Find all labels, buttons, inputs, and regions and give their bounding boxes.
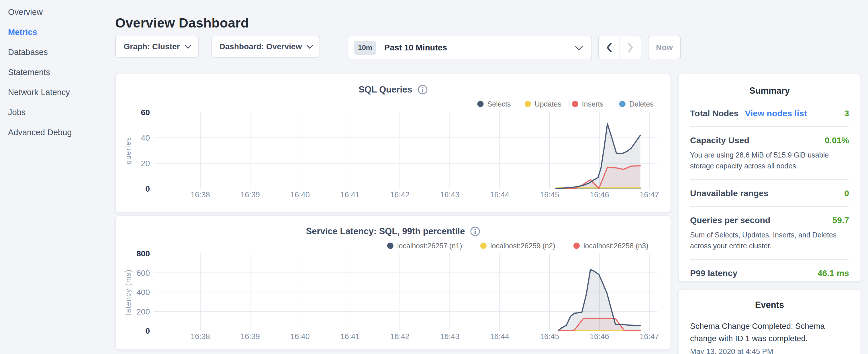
summary-panel: Summary Total NodesView nodes list3Capac… bbox=[678, 74, 861, 282]
page-title: Overview Dashboard bbox=[115, 15, 249, 31]
svg-text:60: 60 bbox=[141, 108, 150, 117]
svg-text:latency (ms): latency (ms) bbox=[124, 269, 132, 315]
svg-text:16:46: 16:46 bbox=[590, 332, 609, 341]
event-item: Schema Change Completed: Schema change w… bbox=[690, 320, 849, 354]
svg-text:Updates: Updates bbox=[535, 100, 561, 108]
now-button-label: Now bbox=[656, 43, 673, 52]
svg-text:16:42: 16:42 bbox=[390, 332, 410, 341]
svg-text:Selects: Selects bbox=[488, 100, 511, 108]
summary-row-description: You are using 28.6 MiB of 515.9 GiB usab… bbox=[690, 150, 841, 171]
now-button[interactable]: Now bbox=[648, 36, 681, 59]
summary-row-label: Capacity Used bbox=[690, 135, 749, 145]
sidebar-item-network-latency[interactable]: Network Latency bbox=[8, 87, 115, 97]
summary-row-value: 3 bbox=[844, 108, 849, 118]
event-message: Schema Change Completed: Schema change w… bbox=[690, 320, 831, 345]
svg-text:16:40: 16:40 bbox=[290, 190, 310, 199]
summary-row-description: Sum of Selects, Updates, Inserts, and De… bbox=[690, 230, 841, 251]
summary-row-label: Total Nodes bbox=[690, 108, 739, 118]
graph-dropdown[interactable]: Graph: Cluster bbox=[115, 36, 198, 58]
svg-text:localhost:26257 (n1): localhost:26257 (n1) bbox=[397, 242, 462, 250]
dashboard-dropdown[interactable]: Dashboard: Overview bbox=[212, 36, 320, 58]
svg-text:16:42: 16:42 bbox=[390, 190, 410, 199]
sql-queries-chart: 0204060queries16:3816:3916:4016:4116:421… bbox=[116, 74, 671, 212]
sql-queries-chart-card: SQL Queries 0204060queries16:3816:3916:4… bbox=[115, 74, 671, 213]
view-nodes-list-link[interactable]: View nodes list bbox=[745, 108, 807, 118]
svg-text:16:47: 16:47 bbox=[640, 332, 659, 341]
summary-row: P99 latency46.1 ms bbox=[690, 260, 849, 286]
svg-text:400: 400 bbox=[136, 288, 150, 297]
chevron-down-icon bbox=[185, 42, 191, 49]
sidebar-item-metrics[interactable]: Metrics bbox=[8, 27, 115, 37]
summary-row: Unavailable ranges0 bbox=[690, 180, 849, 207]
svg-text:16:39: 16:39 bbox=[241, 190, 260, 199]
sidebar-item-statements[interactable]: Statements bbox=[8, 67, 115, 77]
chevron-down-icon bbox=[307, 42, 313, 49]
summary-title: Summary bbox=[690, 86, 849, 96]
svg-text:600: 600 bbox=[136, 269, 150, 278]
summary-row: Capacity Used0.01%You are using 28.6 MiB… bbox=[690, 127, 849, 180]
svg-text:0: 0 bbox=[145, 326, 150, 335]
svg-text:16:41: 16:41 bbox=[340, 190, 360, 199]
svg-text:localhost:26259 (n2): localhost:26259 (n2) bbox=[490, 242, 555, 250]
events-panel: Events Schema Change Completed: Schema c… bbox=[678, 289, 861, 354]
svg-text:16:39: 16:39 bbox=[241, 332, 260, 341]
svg-text:queries: queries bbox=[124, 137, 132, 164]
svg-text:Inserts: Inserts bbox=[582, 100, 603, 108]
sidebar-item-databases[interactable]: Databases bbox=[8, 47, 115, 57]
svg-text:16:41: 16:41 bbox=[340, 332, 360, 341]
time-range-label: Past 10 Minutes bbox=[384, 43, 576, 53]
step-forward-button[interactable] bbox=[620, 36, 641, 59]
step-back-button[interactable] bbox=[599, 36, 620, 59]
svg-text:16:46: 16:46 bbox=[590, 190, 609, 199]
svg-text:0: 0 bbox=[145, 185, 150, 193]
graph-dropdown-label: Graph: Cluster bbox=[124, 42, 180, 51]
chevron-left-icon bbox=[605, 41, 613, 54]
summary-row-value: 59.7 bbox=[833, 215, 849, 225]
svg-text:16:44: 16:44 bbox=[490, 190, 509, 199]
summary-row-label: Queries per second bbox=[690, 215, 770, 225]
time-range-dropdown[interactable]: 10m Past 10 Minutes bbox=[348, 36, 592, 59]
events-title: Events bbox=[690, 300, 849, 310]
svg-text:200: 200 bbox=[136, 307, 150, 316]
svg-text:Deletes: Deletes bbox=[629, 100, 654, 108]
cockroachdb-metrics-page: { "sidebar": { "items": [ {"label": "Ove… bbox=[0, 0, 868, 354]
summary-row: Total NodesView nodes list3 bbox=[690, 100, 849, 127]
sidebar-item-overview[interactable]: Overview bbox=[8, 7, 115, 17]
summary-row-value: 46.1 ms bbox=[817, 268, 849, 278]
summary-row: Queries per second59.7Sum of Selects, Up… bbox=[690, 207, 849, 260]
summary-row-label: Unavailable ranges bbox=[690, 189, 768, 198]
chevron-right-icon bbox=[626, 41, 634, 54]
svg-text:16:44: 16:44 bbox=[490, 332, 509, 341]
summary-row-value: 0 bbox=[844, 189, 849, 198]
svg-text:16:38: 16:38 bbox=[191, 332, 210, 341]
sidebar-item-jobs[interactable]: Jobs bbox=[8, 107, 115, 118]
dashboard-dropdown-label: Dashboard: Overview bbox=[219, 42, 302, 51]
service-latency-chart: 0200400600800latency (ms)16:3816:3916:40… bbox=[116, 216, 671, 349]
svg-text:localhost:26258 (n3): localhost:26258 (n3) bbox=[584, 242, 649, 250]
summary-row-label: P99 latency bbox=[690, 268, 737, 278]
time-range-badge: 10m bbox=[354, 41, 376, 55]
svg-text:16:47: 16:47 bbox=[640, 190, 659, 199]
chevron-down-icon bbox=[575, 43, 583, 51]
svg-text:40: 40 bbox=[141, 133, 150, 142]
svg-text:16:43: 16:43 bbox=[440, 190, 460, 199]
service-latency-chart-card: Service Latency: SQL, 99th percentile 02… bbox=[115, 215, 671, 350]
svg-text:16:40: 16:40 bbox=[290, 332, 310, 341]
sidebar-item-advanced-debug[interactable]: Advanced Debug bbox=[8, 127, 115, 137]
svg-text:16:45: 16:45 bbox=[540, 190, 559, 199]
summary-row-value: 0.01% bbox=[825, 135, 849, 145]
time-step-buttons bbox=[598, 36, 641, 59]
svg-text:20: 20 bbox=[141, 159, 150, 168]
svg-text:16:43: 16:43 bbox=[440, 332, 460, 341]
sidebar: OverviewMetricsDatabasesStatementsNetwor… bbox=[0, 0, 115, 354]
event-timestamp: May 13, 2020 at 4:45 PM bbox=[690, 347, 849, 354]
svg-text:800: 800 bbox=[136, 249, 150, 258]
svg-text:16:45: 16:45 bbox=[540, 332, 559, 341]
controls-divider bbox=[335, 36, 335, 59]
svg-text:16:38: 16:38 bbox=[191, 190, 210, 199]
